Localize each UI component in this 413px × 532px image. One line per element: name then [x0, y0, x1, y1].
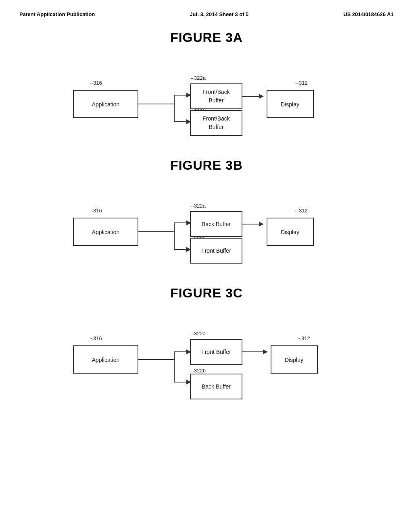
fig3a-buffer2-label1: Front/Back [202, 115, 230, 122]
fig3a-application-label: Application [92, 101, 120, 108]
figure-3a-section: FIGURE 3A ⌢316 Application ⌢322a Front/B… [0, 22, 413, 150]
fig3a-display-label: Display [281, 101, 299, 108]
fig3c-display-label: Display [285, 357, 303, 363]
fig3c-buffer2-label: Back Buffer [202, 383, 231, 390]
fig3c-buf1-ref: ⌢322a [190, 330, 206, 337]
figure-3b-section: FIGURE 3B ⌢316 Application ⌢322a Back Bu… [0, 150, 413, 278]
fig3b-app-ref: ⌢316 [90, 208, 102, 214]
figure-3c-section: FIGURE 3C ⌢316 Application ⌢322a Front B… [0, 278, 413, 409]
header-middle: Jul. 3, 2014 Sheet 3 of 5 [190, 11, 248, 17]
fig3a-buf1-ref: ⌢322a [190, 75, 206, 81]
figure-3b-diagram: ⌢316 Application ⌢322a Back Buffer ⌢322b… [49, 185, 364, 274]
figure-3c-diagram: ⌢316 Application ⌢322a Front Buffer ⌢322… [49, 313, 364, 405]
fig3b-buffer1-label: Back Buffer [202, 221, 231, 227]
fig3a-display-ref: ⌢312 [295, 80, 308, 86]
header-right: US 2014/0184626 A1 [343, 11, 394, 17]
fig3a-buffer1-label1: Front/Back [202, 89, 230, 95]
header-left: Patent Application Publication [19, 11, 95, 17]
fig3c-application-label: Application [92, 357, 120, 363]
fig3a-buffer1-box [190, 84, 242, 109]
patent-header: Patent Application Publication Jul. 3, 2… [0, 0, 413, 22]
fig3b-buf1-ref: ⌢322a [190, 203, 206, 209]
figure-3b-title: FIGURE 3B [0, 158, 413, 173]
figure-3a-title: FIGURE 3A [0, 30, 413, 45]
fig3b-display-ref: ⌢312 [295, 208, 308, 214]
fig3b-arrowhead-display [259, 222, 264, 227]
fig3a-buffer2-box [190, 110, 242, 135]
figure-3a-diagram: ⌢316 Application ⌢322a Front/Back Buffer… [49, 57, 364, 146]
fig3b-application-label: Application [92, 229, 120, 235]
fig3c-arrowhead-buf-display [263, 349, 268, 354]
fig3c-buf2-ref: ⌢322b [190, 368, 206, 374]
fig3b-display-label: Display [281, 229, 299, 235]
fig3a-buffer1-label2: Buffer [209, 97, 223, 104]
fig3a-buffer2-label2: Buffer [209, 124, 223, 130]
figure-3c-title: FIGURE 3C [0, 286, 413, 301]
fig3c-app-ref: ⌢316 [90, 335, 102, 341]
fig3a-arrowhead-display [259, 94, 264, 99]
fig3c-buffer1-label: Front Buffer [201, 349, 231, 355]
fig3b-buffer2-label: Front Buffer [201, 247, 231, 254]
fig3a-app-ref: ⌢316 [90, 80, 102, 86]
fig3c-display-ref: ⌢312 [298, 335, 310, 341]
